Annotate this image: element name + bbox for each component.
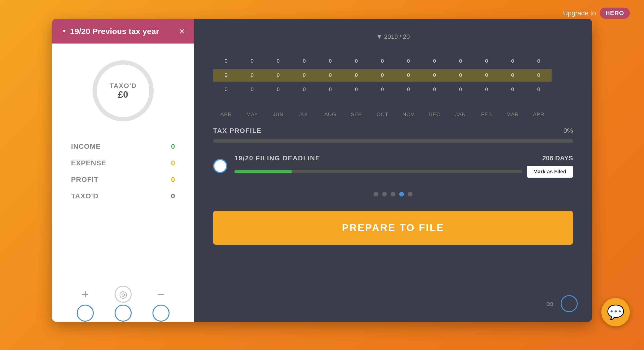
year-selector-text: ▼ 2019 / 20 xyxy=(376,33,410,40)
grid-cell: 0 xyxy=(396,55,422,67)
bottom-nav-dot[interactable] xyxy=(561,295,578,312)
year-selector[interactable]: ▼ 2019 / 20 xyxy=(213,33,573,40)
profit-label: PROFIT xyxy=(71,175,98,183)
filing-title: 19/20 FILING DEADLINE xyxy=(234,155,320,162)
upgrade-label: Upgrade to xyxy=(563,9,596,17)
income-value: 0 xyxy=(171,142,175,150)
stats-list: INCOME 0 EXPENSE 0 PROFIT 0 TAXO'D 0 xyxy=(52,138,194,204)
tax-profile-header: TAX PROFILE 0% xyxy=(213,127,573,135)
grid-cell-highlight: 0 xyxy=(474,69,500,82)
stat-profit: PROFIT 0 xyxy=(71,171,175,188)
pagination-dots xyxy=(213,192,573,196)
calendar-row-1: 0 0 0 0 0 0 0 0 0 0 0 0 0 xyxy=(213,55,573,67)
left-panel: ▼ 19/20 Previous tax year × TAXO'D £0 IN… xyxy=(52,19,194,322)
grid-cell: 0 xyxy=(500,55,526,67)
grid-cell-highlight: 0 xyxy=(239,69,265,82)
left-panel-header: ▼ 19/20 Previous tax year × xyxy=(52,19,194,43)
upgrade-bar: Upgrade to HERO xyxy=(563,7,630,19)
taxod-value: 0 xyxy=(171,192,175,200)
month-dec: DEC xyxy=(422,111,448,118)
profit-value: 0 xyxy=(171,175,175,183)
calendar-grid: 0 0 0 0 0 0 0 0 0 0 0 0 0 0 0 0 0 0 xyxy=(213,55,573,97)
grid-cell-highlight: 0 xyxy=(369,69,396,82)
grid-cell-highlight: 0 xyxy=(213,69,239,82)
bottom-nav-dot-1[interactable] xyxy=(77,305,94,322)
grid-cell: 0 xyxy=(291,55,317,67)
bottom-nav-dot-2[interactable] xyxy=(114,305,132,322)
hero-badge[interactable]: HERO xyxy=(600,7,630,19)
month-may: MAY xyxy=(239,111,265,118)
grid-cell: 0 xyxy=(239,83,265,96)
grid-cell-highlight: 0 xyxy=(500,69,526,82)
grid-cell: 0 xyxy=(474,83,500,96)
filing-progress-fill xyxy=(234,170,292,173)
grid-cell: 0 xyxy=(343,55,369,67)
main-modal: ▼ 19/20 Previous tax year × TAXO'D £0 IN… xyxy=(52,19,592,322)
add-button[interactable]: + xyxy=(77,286,94,303)
prepare-to-file-button[interactable]: PREPARE TO FILE xyxy=(213,211,573,245)
calendar-row-3: 0 0 0 0 0 0 0 0 0 0 0 0 0 xyxy=(213,83,573,96)
grid-cell: 0 xyxy=(317,83,343,96)
month-apr2: APR xyxy=(526,111,552,118)
grid-cell-highlight: 0 xyxy=(343,69,369,82)
grid-cell: 0 xyxy=(448,55,474,67)
mark-filed-button[interactable]: Mark as Filed xyxy=(527,166,573,177)
month-sep: SEP xyxy=(343,111,369,118)
filing-indicator xyxy=(213,159,227,173)
panel-title-text: 19/20 Previous tax year xyxy=(70,27,159,36)
grid-cell: 0 xyxy=(213,83,239,96)
grid-cell: 0 xyxy=(265,55,291,67)
month-feb: FEB xyxy=(474,111,500,118)
tax-profile-bar xyxy=(213,139,573,143)
filing-days: 206 DAYS xyxy=(542,155,573,162)
grid-cell: 0 xyxy=(317,55,343,67)
stat-taxod: TAXO'D 0 xyxy=(71,188,175,204)
circle-center: TAXO'D £0 xyxy=(110,82,137,100)
grid-cell: 0 xyxy=(343,83,369,96)
grid-cell: 0 xyxy=(396,83,422,96)
grid-cell: 0 xyxy=(213,55,239,67)
grid-cell-highlight: 0 xyxy=(422,69,448,82)
grid-cell: 0 xyxy=(369,55,396,67)
grid-cell: 0 xyxy=(526,55,552,67)
circle-value: £0 xyxy=(110,90,137,100)
filing-header: 19/20 FILING DEADLINE 206 DAYS xyxy=(234,155,573,162)
grid-cell: 0 xyxy=(500,83,526,96)
bottom-right-controls: ∞ xyxy=(546,295,578,312)
left-footer: + ◎ − xyxy=(52,286,194,303)
page-dot-2[interactable] xyxy=(382,192,387,196)
grid-cell: 0 xyxy=(422,83,448,96)
camera-button[interactable]: ◎ xyxy=(114,286,132,303)
grid-cell-highlight: 0 xyxy=(317,69,343,82)
page-dot-1[interactable] xyxy=(374,192,378,196)
bottom-nav-dot-3[interactable] xyxy=(152,305,170,322)
month-apr: APR xyxy=(213,111,239,118)
stat-income: INCOME 0 xyxy=(71,138,175,155)
remove-button[interactable]: − xyxy=(152,286,170,303)
chat-button[interactable]: 💬 xyxy=(602,298,630,326)
grid-cell: 0 xyxy=(474,55,500,67)
filing-bar-row: Mark as Filed xyxy=(234,166,573,177)
grid-cell: 0 xyxy=(265,83,291,96)
grid-cell-highlight: 0 xyxy=(396,69,422,82)
month-jun: JUN xyxy=(265,111,291,118)
page-dot-5[interactable] xyxy=(408,192,412,196)
month-aug: AUG xyxy=(317,111,343,118)
month-jul: JUL xyxy=(291,111,317,118)
grid-cell-highlight: 0 xyxy=(526,69,552,82)
taxod-label: TAXO'D xyxy=(71,192,98,200)
grid-cell: 0 xyxy=(448,83,474,96)
chat-icon: 💬 xyxy=(607,304,624,321)
chevron-down-icon: ▼ xyxy=(62,28,67,34)
filing-progress-bar xyxy=(234,170,522,173)
month-labels: APR MAY JUN JUL AUG SEP OCT NOV DEC JAN … xyxy=(213,111,573,118)
circle-label: TAXO'D xyxy=(110,82,137,90)
calendar-row-2: 0 0 0 0 0 0 0 0 0 0 0 0 0 xyxy=(213,69,573,82)
page-dot-3[interactable] xyxy=(391,192,396,196)
expense-label: EXPENSE xyxy=(71,159,106,167)
close-button[interactable]: × xyxy=(179,26,185,36)
tax-profile-title: TAX PROFILE xyxy=(213,127,262,135)
grid-cell-highlight: 0 xyxy=(448,69,474,82)
tax-profile-value: 0% xyxy=(564,127,573,135)
page-dot-4[interactable] xyxy=(399,192,404,196)
